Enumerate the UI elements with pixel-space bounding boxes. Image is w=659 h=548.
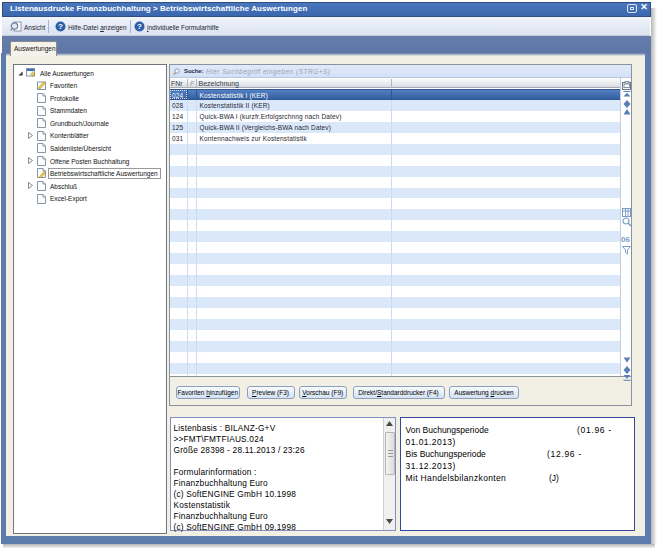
svg-text:?: ? xyxy=(58,22,63,31)
svg-text:?: ? xyxy=(137,22,142,31)
